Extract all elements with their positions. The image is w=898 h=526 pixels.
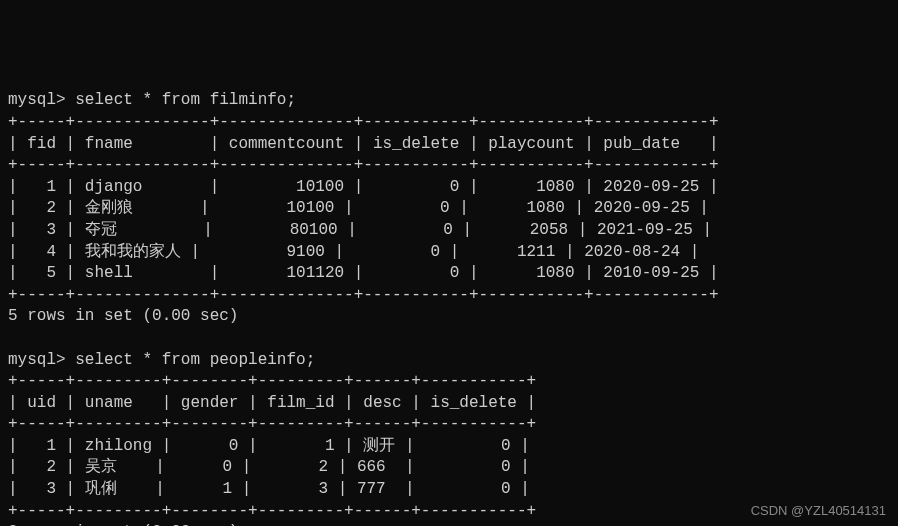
table-row: | 1 | zhilong | 0 | 1 | 测开 | 0 |: [8, 437, 530, 455]
watermark: CSDN @YZL40514131: [751, 502, 886, 520]
table-row: | 3 | 夺冠 | 80100 | 0 | 2058 | 2021-09-25…: [8, 221, 712, 239]
table-border: +-----+---------+--------+---------+----…: [8, 372, 536, 390]
table-border: +-----+--------------+--------------+---…: [8, 286, 719, 304]
result-summary: 5 rows in set (0.00 sec): [8, 307, 238, 325]
table-row: | 3 | 巩俐 | 1 | 3 | 777 | 0 |: [8, 480, 530, 498]
mysql-prompt[interactable]: mysql> select * from peopleinfo;: [8, 351, 315, 369]
table-border: +-----+---------+--------+---------+----…: [8, 415, 536, 433]
table-border: +-----+---------+--------+---------+----…: [8, 502, 536, 520]
table-header-row: | uid | uname | gender | film_id | desc …: [8, 394, 536, 412]
table-border: +-----+--------------+--------------+---…: [8, 156, 719, 174]
table-row: | 2 | 吴京 | 0 | 2 | 666 | 0 |: [8, 458, 530, 476]
table-border: +-----+--------------+--------------+---…: [8, 113, 719, 131]
table-row: | 2 | 金刚狼 | 10100 | 0 | 1080 | 2020-09-2…: [8, 199, 709, 217]
table-row: | 5 | shell | 101120 | 0 | 1080 | 2010-0…: [8, 264, 719, 282]
table-row: | 4 | 我和我的家人 | 9100 | 0 | 1211 | 2020-08…: [8, 243, 699, 261]
table-row: | 1 | django | 10100 | 0 | 1080 | 2020-0…: [8, 178, 719, 196]
table-header-row: | fid | fname | commentcount | is_delete…: [8, 135, 719, 153]
mysql-prompt[interactable]: mysql> select * from filminfo;: [8, 91, 296, 109]
terminal-output: mysql> select * from filminfo; +-----+--…: [8, 90, 890, 526]
